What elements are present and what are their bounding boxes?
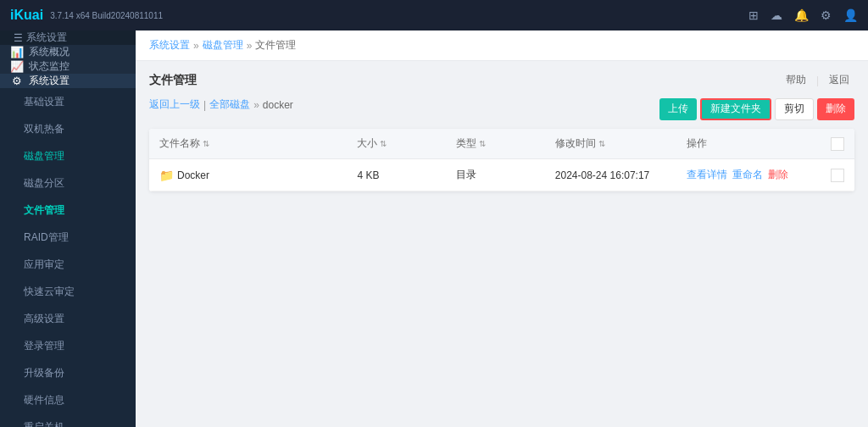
- table-header: 文件名称 ⇅ 大小 ⇅ 类型 ⇅ 修改时间 ⇅: [149, 129, 854, 159]
- header-action-label: 操作: [687, 136, 707, 151]
- cell-mtime: 2024-08-24 16:07:17: [555, 169, 687, 181]
- row-checkbox[interactable]: [831, 169, 844, 182]
- header-name[interactable]: 文件名称 ⇅: [159, 136, 357, 151]
- sidebar-item-cipan-guanli[interactable]: 磁盘管理: [0, 142, 136, 169]
- cell-action: 查看详情 重命名 删除: [687, 168, 819, 182]
- breadcrumb-sep2: »: [247, 40, 253, 52]
- submenu-label: 磁盘分区: [24, 176, 64, 191]
- sidebar-header-label: 系统设置: [26, 30, 67, 45]
- menu-icon: ☰: [14, 32, 23, 44]
- sidebar-item-label: 系统概况: [29, 45, 70, 59]
- sidebar: ☰ 系统设置 📊 系统概况 📈 状态监控 ⚙ 系统设置 基础设置 双机热备 磁盘…: [0, 30, 136, 427]
- sidebar-item-chongqi-guanji[interactable]: 重启关机: [0, 413, 136, 427]
- submenu-label: 高级设置: [24, 312, 64, 326]
- cell-size: 4 KB: [357, 169, 456, 181]
- view-detail-link[interactable]: 查看详情: [687, 168, 727, 182]
- breadcrumb-system[interactable]: 系统设置: [149, 38, 190, 53]
- header-check[interactable]: [819, 137, 844, 151]
- submenu-label: 应用审定: [24, 258, 64, 272]
- submenu-label: RAID管理: [24, 230, 69, 245]
- breadcrumb-current: 文件管理: [255, 38, 296, 53]
- toolbar-row: 返回上一级 | 全部磁盘 » docker 上传 新建文件夹 剪切 删除: [149, 97, 854, 120]
- new-folder-button[interactable]: 新建文件夹: [700, 98, 771, 120]
- sort-icon-type: ⇅: [479, 139, 486, 148]
- delete-link[interactable]: 删除: [768, 168, 788, 182]
- breadcrumb-sep1: »: [193, 40, 199, 52]
- main-layout: ☰ 系统设置 📊 系统概况 📈 状态监控 ⚙ 系统设置 基础设置 双机热备 磁盘…: [0, 30, 868, 427]
- submenu-label: 快速云审定: [24, 285, 75, 299]
- back-up-link[interactable]: 返回上一级: [149, 97, 200, 112]
- help-area: 帮助 | 返回: [781, 71, 854, 89]
- toolbar-buttons: 上传 新建文件夹 剪切 删除: [659, 98, 854, 120]
- cell-type: 目录: [456, 168, 555, 182]
- header-name-label: 文件名称: [159, 136, 200, 151]
- submenu-label: 双机热备: [24, 122, 64, 136]
- sidebar-item-xitong-shezhi[interactable]: ⚙ 系统设置: [0, 74, 136, 88]
- sidebar-item-shuangji-beifen[interactable]: 双机热备: [0, 115, 136, 142]
- user-icon[interactable]: 👤: [843, 8, 858, 22]
- topbar: iKuai 3.7.14 x64 Build20240811011 ⊞ ☁ 🔔 …: [0, 0, 868, 30]
- topbar-right: ⊞ ☁ 🔔 ⚙ 👤: [748, 8, 858, 22]
- file-type: 目录: [456, 168, 476, 182]
- sidebar-item-zhuangtai-jiance[interactable]: 📈 状态监控: [0, 59, 136, 74]
- sidebar-item-jichu-shezhi[interactable]: 基础设置: [0, 88, 136, 115]
- sidebar-submenu-system: 基础设置 双机热备 磁盘管理 磁盘分区 文件管理 RAID管理 应用审定 快速云…: [0, 88, 136, 427]
- monitor-icon: 📈: [10, 60, 24, 74]
- file-size: 4 KB: [357, 169, 379, 181]
- folder-icon: 📁: [159, 169, 174, 182]
- cell-check[interactable]: [819, 169, 844, 182]
- submenu-label: 升级备份: [24, 366, 64, 380]
- header-mtime-label: 修改时间: [555, 136, 596, 151]
- settings-icon[interactable]: ⚙: [821, 8, 832, 22]
- submenu-label: 基础设置: [24, 95, 64, 109]
- file-table: 文件名称 ⇅ 大小 ⇅ 类型 ⇅ 修改时间 ⇅: [149, 129, 854, 191]
- cloud-icon[interactable]: ☁: [771, 8, 782, 22]
- settings-icon: ⚙: [10, 75, 24, 88]
- sidebar-item-yingyong-shending[interactable]: 应用审定: [0, 251, 136, 278]
- submenu-label: 重启关机: [24, 420, 64, 428]
- page-title: 文件管理: [149, 73, 197, 88]
- sort-icon-size: ⇅: [380, 139, 387, 148]
- sidebar-item-raid-guanli[interactable]: RAID管理: [0, 224, 136, 251]
- sidebar-item-wenjian-guanli[interactable]: 文件管理: [0, 197, 136, 224]
- sort-icon-mtime: ⇅: [598, 139, 605, 148]
- submenu-label: 文件管理: [24, 203, 64, 218]
- submenu-label: 磁盘管理: [24, 149, 64, 164]
- sidebar-item-kuaisu-yunshending[interactable]: 快速云审定: [0, 278, 136, 305]
- sidebar-item-cipan-fenqu[interactable]: 磁盘分区: [0, 169, 136, 197]
- current-path: docker: [263, 99, 293, 111]
- app-logo: iKuai: [10, 8, 43, 23]
- sidebar-item-label: 状态监控: [29, 59, 70, 74]
- bell-icon[interactable]: 🔔: [794, 8, 809, 22]
- cut-button[interactable]: 剪切: [775, 98, 814, 120]
- back-button[interactable]: 返回: [824, 71, 854, 89]
- breadcrumb: 系统设置 » 磁盘管理 » 文件管理: [149, 38, 296, 53]
- delete-button[interactable]: 删除: [817, 98, 854, 120]
- sort-icon-name: ⇅: [203, 139, 209, 148]
- header-action: 操作: [687, 136, 819, 151]
- sidebar-header[interactable]: ☰ 系统设置: [0, 30, 136, 45]
- rename-link[interactable]: 重命名: [732, 168, 763, 182]
- header-size[interactable]: 大小 ⇅: [357, 136, 456, 151]
- header-checkbox[interactable]: [831, 137, 844, 151]
- sidebar-item-gaoji-shezhi[interactable]: 高级设置: [0, 305, 136, 332]
- breadcrumb-disk[interactable]: 磁盘管理: [203, 38, 243, 53]
- header-type[interactable]: 类型 ⇅: [456, 136, 555, 151]
- header-size-label: 大小: [357, 136, 377, 151]
- sidebar-item-shengji-beifen[interactable]: 升级备份: [0, 359, 136, 386]
- grid-icon[interactable]: ⊞: [748, 8, 759, 22]
- header-type-label: 类型: [456, 136, 476, 151]
- full-disk-link[interactable]: 全部磁盘: [209, 97, 250, 112]
- cell-name: 📁 Docker: [159, 169, 357, 182]
- sidebar-item-yingji-xinxi[interactable]: 硬件信息: [0, 386, 136, 413]
- divider: |: [816, 75, 819, 86]
- upload-button[interactable]: 上传: [659, 98, 697, 120]
- help-button[interactable]: 帮助: [781, 71, 811, 89]
- top-nav: 系统设置 » 磁盘管理 » 文件管理: [136, 30, 868, 61]
- submenu-label: 硬件信息: [24, 393, 64, 408]
- sidebar-item-denglu-guanli[interactable]: 登录管理: [0, 332, 136, 359]
- sidebar-item-xitong-gaikuang[interactable]: 📊 系统概况: [0, 45, 136, 59]
- path-sep: |: [203, 99, 206, 111]
- header-mtime[interactable]: 修改时间 ⇅: [555, 136, 687, 151]
- file-name[interactable]: Docker: [177, 169, 209, 181]
